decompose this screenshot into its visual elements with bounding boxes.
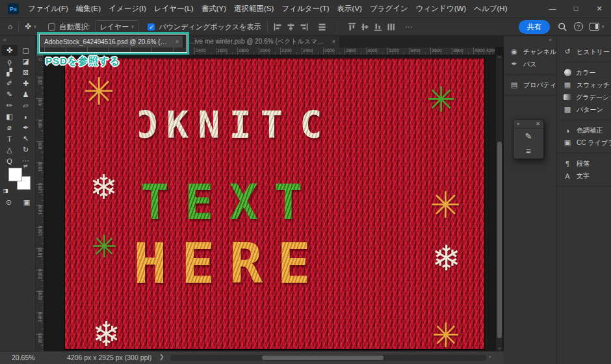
options-bar: ⌂ ✜ ∨ 自動選択: レイヤー ∨ ✓ バウンディングボックスを表示 ⋯ 共有… <box>0 18 611 36</box>
panel-channels[interactable]: ◉ チャンネル <box>504 46 556 58</box>
menu-type[interactable]: 書式(Y) <box>198 2 230 16</box>
quick-mask-icon[interactable]: ⊙ <box>6 198 12 207</box>
minimize-button[interactable]: — <box>541 5 564 13</box>
pen-tool[interactable]: ✒ <box>18 122 34 133</box>
share-button[interactable]: 共有 <box>519 20 550 34</box>
vertical-scrollbar[interactable]: ⌃ ⌄ <box>495 55 502 351</box>
zoom-level-field[interactable]: 20.65% <box>12 354 35 361</box>
canvas-knit-artwork[interactable]: CKNITC TEXT HERE ✳ ✳ ❄ ✳ ✳ ❄ ❄ ✳ <box>65 58 484 349</box>
panel-paths[interactable]: ✒ パス <box>504 58 556 70</box>
menu-help[interactable]: ヘルプ(H) <box>470 2 511 16</box>
screen-mode-icon[interactable]: ▣ <box>23 198 30 207</box>
tools-collapse-icon[interactable]: « <box>0 36 35 45</box>
workspace-icon[interactable] <box>590 23 599 31</box>
panel-cc-libraries[interactable]: ▣ CC ライブラリ <box>557 136 611 149</box>
auto-select-checkbox[interactable] <box>48 23 55 31</box>
move-tool[interactable]: ✜ <box>1 45 18 56</box>
more-options-icon[interactable]: ⋯ <box>406 23 413 31</box>
menu-image[interactable]: イメージ(I) <box>105 2 150 16</box>
clone-stamp-tool[interactable]: ♟ <box>18 89 34 100</box>
collapse-panels-icon[interactable]: « <box>557 36 611 46</box>
path-selection-tool[interactable]: ↖ <box>18 133 34 144</box>
close-panel-icon[interactable]: ✕ <box>536 121 540 127</box>
rectangular-marquee-tool[interactable]: ▢ <box>18 45 34 56</box>
close-tab-icon[interactable]: × <box>176 38 179 45</box>
panel-character[interactable]: A 文字 <box>557 170 611 182</box>
move-tool-icon[interactable]: ✜ <box>25 22 31 31</box>
distribute-vertical-icon[interactable] <box>387 23 395 31</box>
frame-tool[interactable]: ⊠ <box>18 67 34 78</box>
panel-adjustments[interactable]: ◑ 色調補正 <box>557 124 611 136</box>
status-flyout-icon[interactable]: ❯ <box>159 354 164 360</box>
scroll-up-icon[interactable]: ⌃ <box>496 56 503 61</box>
horizontal-scrollbar-thumb[interactable] <box>262 356 384 360</box>
healing-brush-tool[interactable]: ✚ <box>18 78 34 89</box>
bounding-box-checkbox[interactable]: ✓ <box>148 23 155 31</box>
type-tool[interactable]: T <box>1 133 18 144</box>
menu-select[interactable]: 選択範囲(S) <box>230 2 278 16</box>
close-tab-icon[interactable]: × <box>332 38 335 45</box>
horizontal-scrollbar[interactable] <box>170 355 486 361</box>
align-top-icon[interactable] <box>348 23 356 31</box>
menu-file[interactable]: ファイル(F) <box>24 2 72 16</box>
shape-tool[interactable]: △ <box>1 144 18 155</box>
chevron-down-icon[interactable]: ∨ <box>33 24 36 29</box>
document-info: 4206 px x 2925 px (300 ppi) <box>67 354 151 361</box>
zoom-tool[interactable]: Q <box>1 155 18 166</box>
brush-tool[interactable]: ✎ <box>1 89 18 100</box>
default-colors-icon[interactable]: ◨ <box>3 188 8 194</box>
swap-colors-icon[interactable]: ⇄ <box>23 163 28 169</box>
eraser-tool[interactable]: ▱ <box>18 100 34 111</box>
panel-color[interactable]: カラー <box>557 66 611 79</box>
menu-layer[interactable]: レイヤー(L) <box>150 2 198 16</box>
history-brush-tool[interactable]: ✏ <box>1 100 18 111</box>
menu-edit[interactable]: 編集(E) <box>72 2 105 16</box>
menu-view[interactable]: 表示(V) <box>333 2 366 16</box>
search-icon[interactable] <box>558 22 567 32</box>
menu-window[interactable]: ウィンドウ(W) <box>412 2 470 16</box>
object-selection-tool[interactable]: ◪ <box>18 56 34 67</box>
panel-paragraph[interactable]: ¶ 段落 <box>557 157 611 170</box>
scroll-right-icon[interactable]: › <box>489 354 491 360</box>
align-center-horizontal-icon[interactable] <box>287 23 295 31</box>
align-middle-vertical-icon[interactable] <box>361 23 369 31</box>
panel-patterns[interactable]: ▩ パターン <box>557 103 611 116</box>
align-right-icon[interactable] <box>300 23 308 31</box>
close-button[interactable]: ✕ <box>588 5 611 13</box>
brush-settings-button[interactable]: ✎ <box>514 129 543 144</box>
vertical-ruler[interactable]: 0 200 400 600 800 1000 1200 1400 1600 18… <box>36 55 44 351</box>
align-bottom-icon[interactable] <box>374 23 382 31</box>
expand-panel-icon[interactable]: » <box>517 121 519 127</box>
menu-plugins[interactable]: プラグイン <box>366 2 412 16</box>
home-icon[interactable]: ⌂ <box>8 22 12 31</box>
dodge-tool[interactable]: ⌀ <box>1 122 18 133</box>
foreground-color-swatch[interactable] <box>8 168 22 181</box>
panel-properties[interactable]: ▤ プロパティ <box>504 79 556 91</box>
maximize-button[interactable]: □ <box>564 5 588 13</box>
auto-select-target-dropdown[interactable]: レイヤー ∨ <box>96 20 139 34</box>
distribute-horizontal-icon[interactable] <box>318 23 326 31</box>
rotate-view-tool[interactable]: ↻ <box>18 144 34 155</box>
help-icon[interactable]: ? <box>574 22 583 31</box>
ruler-mark: 1800 <box>239 48 249 53</box>
menu-filter[interactable]: フィルター(T) <box>278 2 333 16</box>
panel-gradients[interactable]: グラデーション <box>557 91 611 103</box>
horizontal-ruler[interactable]: 1400 1600 1800 2000 2200 2400 2600 2800 … <box>44 47 495 55</box>
vertical-scrollbar-thumb[interactable] <box>497 142 502 338</box>
eyedropper-tool[interactable]: ✐ <box>1 78 18 89</box>
panel-swatches[interactable]: ▦ スウォッチ <box>557 79 611 91</box>
panel-history[interactable]: ↺ ヒストリー <box>557 46 611 58</box>
chevron-down-icon[interactable]: ∨ <box>601 24 604 29</box>
blur-tool[interactable]: ◗ <box>18 111 34 122</box>
tab-adobestock-psd[interactable]: AdobeStock_642494516.psd @ 20.6% (RGB/8)… <box>40 36 183 47</box>
collapse-panels-icon[interactable]: « <box>504 36 556 46</box>
tab-winter-psb[interactable]: ...ive me winter.psb @ 20.6% (ベクトルスマートオブ… <box>185 36 339 47</box>
crop-tool[interactable]: ▞ <box>1 67 18 78</box>
align-left-icon[interactable] <box>274 23 282 31</box>
mixer-sliders-button[interactable]: ≡ <box>514 144 543 159</box>
lasso-tool[interactable]: ǫ <box>1 56 18 67</box>
gradient-tool[interactable]: ◧ <box>1 111 18 122</box>
ruler-origin-corner[interactable] <box>36 47 44 55</box>
scroll-down-icon[interactable]: ⌄ <box>496 345 503 350</box>
document-area: AdobeStock_642494516.psd @ 20.6% (RGB/8)… <box>36 36 504 351</box>
